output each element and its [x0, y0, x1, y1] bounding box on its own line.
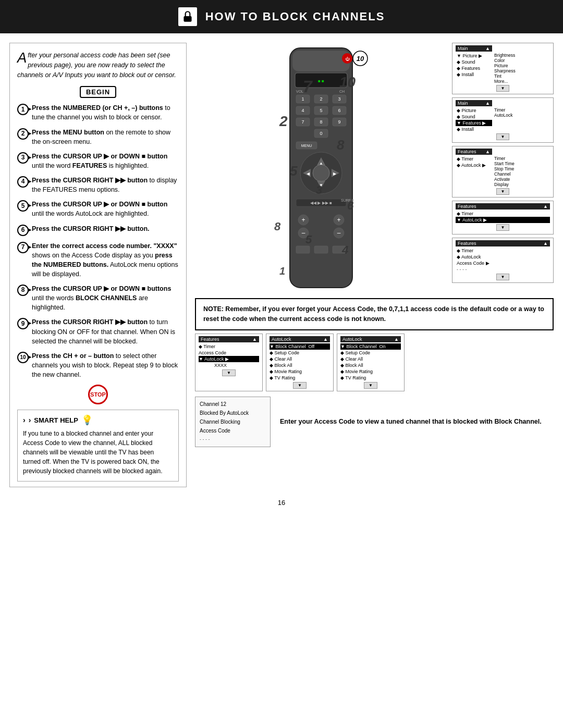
- visual-area: 10 7 10 2 8 5 3 6 8 5 4 1: [195, 43, 554, 293]
- sp3-row-timer: ◆ Timer: [456, 156, 492, 162]
- svg-point-53: [313, 165, 329, 181]
- svg-text:◀◀  ▶  ▶▶  ■: ◀◀ ▶ ▶▶ ■: [310, 201, 332, 205]
- screen-panel-4: Features▲ ◆ Timer ▼ AutoLock ▶ ▼: [452, 201, 554, 235]
- svg-text:▶: ▶: [333, 171, 337, 176]
- smart-help-label: SMART HELP: [34, 416, 78, 424]
- step-text-4: Press the CURSOR RIGHT ▶▶ button to disp…: [32, 176, 179, 194]
- sp1-sub-color: Color: [494, 58, 528, 63]
- svg-text:MENU: MENU: [301, 144, 312, 147]
- remote-svg: ⏻ ■ ■ VOL CH 1 2 3: [264, 43, 378, 293]
- screen-panel-2: Main▲ ◆ Picture ◆ Sound ▼ Features ▶ ◆ I…: [452, 97, 554, 143]
- svg-rect-65: [296, 246, 310, 253]
- main-content: A fter your personal access code has bee…: [0, 33, 563, 492]
- bs3-blockall: ◆ Block All: [340, 362, 401, 368]
- bs2-blockall: ◆ Block All: [270, 362, 330, 368]
- svg-rect-66: [314, 246, 328, 253]
- sp2-title: Main▲: [456, 100, 492, 106]
- sp1-title: Main▲: [456, 45, 492, 52]
- stop-sign: STOP: [88, 385, 108, 404]
- step-text-7: Enter the correct access code number. "X…: [32, 241, 179, 279]
- svg-text:1: 1: [301, 96, 304, 102]
- bottom-screens-area: Features▲ ◆ Timer Access Code ▼ AutoLock…: [195, 334, 554, 391]
- left-column: A fter your personal access code has bee…: [9, 43, 187, 487]
- bs1-autolock: ▼ AutoLock ▶: [199, 356, 259, 362]
- sp1-sub-picture: Picture: [494, 63, 528, 68]
- bs3-down-btn[interactable]: ▼: [364, 382, 377, 389]
- bs2-movierating: ◆ Movie Rating: [270, 368, 330, 375]
- bs1-down-btn[interactable]: ▼: [222, 369, 236, 376]
- sp2-row-picture: ◆ Picture: [456, 107, 492, 114]
- sp3-down-btn[interactable]: ▼: [496, 188, 510, 195]
- bs3-title: AutoLock▲: [340, 336, 401, 342]
- svg-text:–: –: [337, 229, 340, 237]
- ch-line-4: Access Code: [200, 427, 266, 435]
- step-1: 1▶ Press the NUMBERED (or CH +, –) butto…: [17, 103, 179, 122]
- chevron-icon-2: ›: [29, 416, 31, 424]
- svg-text:■ ■: ■ ■: [318, 79, 324, 83]
- step-8: 8▶ Press the CURSOR UP ▶ or DOWN ■ butto…: [17, 284, 179, 312]
- step-num-8: 8▶: [17, 285, 29, 296]
- begin-box: BEGIN: [80, 86, 116, 98]
- step-2: 2▶ Press the MENU button on the remote t…: [17, 128, 179, 146]
- begin-label: BEGIN: [17, 86, 179, 98]
- step-text-10: Press the CH + or – button to select oth…: [32, 351, 179, 379]
- intro-text: A fter your personal access code has bee…: [17, 51, 179, 80]
- sp1-row-picture: ▼ Picture ▶: [456, 53, 492, 59]
- sp1-sub-tint: Tint: [494, 73, 528, 79]
- sp2-row-install: ◆ Install: [456, 126, 492, 132]
- bottom-screen-1: Features▲ ◆ Timer Access Code ▼ AutoLock…: [195, 334, 263, 391]
- svg-text:0: 0: [320, 131, 322, 136]
- step-num-5: 5▶: [17, 200, 29, 212]
- svg-text:–: –: [301, 229, 305, 237]
- sp2-down-btn[interactable]: ▼: [496, 133, 510, 140]
- sp3-right-activate: Activate: [494, 177, 531, 182]
- svg-rect-0: [183, 16, 191, 22]
- channel-display: Channel 12 Blocked By AutoLock Channel B…: [195, 397, 271, 447]
- sp2-right-autolock: AutoLock: [494, 113, 523, 118]
- sp3-right-starttime: Start Time: [494, 161, 531, 166]
- bs3-tvrating: ◆ TV Rating: [340, 375, 401, 381]
- bs1-accesscode: Access Code: [199, 350, 259, 356]
- svg-text:9: 9: [338, 119, 340, 125]
- bs2-tvrating: ◆ TV Rating: [270, 375, 330, 381]
- svg-text:4: 4: [301, 108, 304, 113]
- svg-text:+: +: [301, 216, 305, 224]
- bs2-title: AutoLock▲: [270, 336, 330, 342]
- step-text-9: Press the CURSOR RIGHT ▶▶ button to turn…: [32, 317, 179, 346]
- page-title: HOW TO BLOCK CHANNELS: [205, 10, 385, 23]
- bs1-title: Features▲: [199, 336, 259, 342]
- enter-access-text: Enter your Access Code to view a tuned c…: [280, 416, 542, 427]
- step-num-9: 9▶: [17, 318, 29, 329]
- step-text-8: Press the CURSOR UP ▶ or DOWN ■ buttons …: [32, 284, 179, 312]
- bs2-down-btn[interactable]: ▼: [293, 382, 307, 389]
- step-5: 5▶ Press the CURSOR UP ▶ or DOWN ■ butto…: [17, 200, 179, 218]
- sp3-right-channel: Channel: [494, 171, 531, 177]
- svg-text:5: 5: [320, 108, 322, 113]
- svg-rect-67: [333, 246, 346, 253]
- step-num-2: 2▶: [17, 128, 29, 140]
- sp4-title: Features▲: [456, 203, 550, 209]
- bs3-clearall: ◆ Clear All: [340, 356, 401, 362]
- sp4-down-btn[interactable]: ▼: [496, 224, 510, 231]
- sp3-title: Features▲: [456, 149, 492, 155]
- step-9: 9▶ Press the CURSOR RIGHT ▶▶ button to t…: [17, 317, 179, 346]
- ch-line-2: Blocked By AutoLock: [200, 409, 266, 417]
- page-num-text: 16: [278, 499, 285, 507]
- note-text: NOTE: Remember, if you ever forget your …: [203, 305, 544, 323]
- step-text-1: Press the NUMBERED (or CH +, –) buttons …: [32, 103, 179, 122]
- bs3-blockchannel: ▼ Block Channel On: [340, 343, 401, 350]
- screen-panel-3: Features▲ ◆ Timer ◆ AutoLock ▶ Timer Sta…: [452, 146, 554, 198]
- smart-help-body: If you tune to a blocked chan­nel and en…: [23, 430, 163, 475]
- sp1-sub-more: More...: [494, 79, 528, 84]
- sp1-down-btn[interactable]: ▼: [496, 85, 510, 92]
- bs3-movierating: ◆ Movie Rating: [340, 368, 401, 375]
- sp1-sub-brightness: Brightness: [494, 53, 528, 58]
- page-number: 16: [0, 499, 563, 512]
- sp5-down-btn[interactable]: ▼: [496, 274, 510, 280]
- step-6: 6▶ Press the CURSOR RIGHT ▶▶ button.: [17, 224, 179, 236]
- step-num-4: 4▶: [17, 176, 29, 188]
- smart-help-box: › › SMART HELP 💡 If you tune to a blocke…: [17, 410, 179, 482]
- sp2-row-features: ▼ Features ▶: [456, 120, 492, 126]
- smart-help-title: › › SMART HELP 💡: [23, 414, 173, 426]
- stop-icon: STOP: [17, 385, 179, 404]
